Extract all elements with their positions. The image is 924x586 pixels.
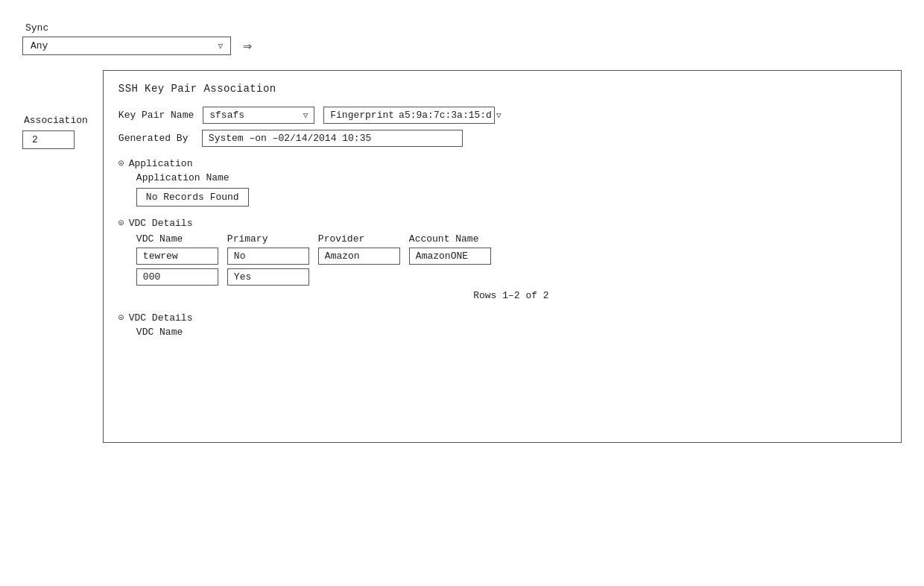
primary-cell-2: Yes [227, 268, 309, 286]
sync-dropdown-arrow: ▽ [218, 41, 223, 51]
vdc-column-headers: VDC Name Primary Provider Account Name [136, 233, 886, 245]
sync-label: Sync [25, 22, 902, 34]
page-container: Sync Any ▽ ⇒ Association 2 SSH Key Pair … [0, 0, 924, 586]
sync-select-value: Any [31, 40, 48, 51]
panel-title: SSH Key Pair Association [118, 83, 886, 95]
generated-by-value: System –on –02/14/2014 10:35 [202, 130, 463, 147]
vdc-section-2-header[interactable]: ⊙ VDC Details [118, 312, 886, 324]
left-panel: Association 2 [22, 115, 88, 149]
provider-cell-1: Amazon [318, 248, 400, 265]
generated-by-row: Generated By System –on –02/14/2014 10:3… [118, 130, 886, 147]
account-cell-1: AmazonONE [409, 248, 491, 265]
application-section-header[interactable]: ⊙ Application [118, 157, 886, 169]
vdc-section-1-header[interactable]: ⊙ VDC Details [118, 217, 886, 229]
vdc-table-1: VDC Name Primary Provider Account Name t… [136, 233, 886, 301]
vdc-collapse-icon-1: ⊙ [118, 217, 124, 229]
application-name-label: Application Name [136, 172, 886, 183]
fingerprint-value: a5:9a:7c:3a:15:d [399, 110, 492, 121]
arrow-right-icon: ⇒ [243, 37, 250, 55]
vdc-collapse-icon-2: ⊙ [118, 312, 124, 324]
vdc-name-cell-2: 000 [136, 268, 218, 286]
col-header-account: Account Name [409, 233, 491, 245]
association-label: Association [24, 115, 88, 126]
key-pair-name-value: sfsafs [209, 110, 244, 121]
fingerprint-dropdown-arrow: ▽ [496, 110, 501, 120]
association-value: 2 [22, 130, 75, 149]
sync-row: Any ▽ ⇒ [22, 37, 902, 55]
application-collapse-icon: ⊙ [118, 157, 124, 169]
vdc-section-2-sub-label: VDC Name [136, 327, 886, 338]
generated-by-label: Generated By [118, 133, 193, 144]
table-row: 000 Yes [136, 268, 886, 286]
rows-info: Rows 1–2 of 2 [136, 290, 886, 301]
vdc-section-2-title: VDC Details [129, 312, 193, 324]
ssh-key-pair-panel: SSH Key Pair Association Key Pair Name s… [103, 70, 902, 443]
fingerprint-label: Fingerprint [330, 110, 394, 121]
key-pair-name-select[interactable]: sfsafs ▽ [203, 107, 314, 124]
no-records-box: No Records Found [136, 188, 249, 207]
col-header-vdc-name: VDC Name [136, 233, 218, 245]
sync-select[interactable]: Any ▽ [22, 37, 231, 55]
col-header-primary: Primary [227, 233, 309, 245]
key-pair-dropdown-arrow: ▽ [303, 110, 308, 120]
key-pair-name-label: Key Pair Name [118, 110, 194, 121]
col-header-provider: Provider [318, 233, 400, 245]
application-section-title: Application [129, 158, 193, 169]
main-layout: Association 2 SSH Key Pair Association K… [22, 70, 902, 443]
vdc-section-2: ⊙ VDC Details VDC Name [118, 312, 886, 338]
vdc-section-1-title: VDC Details [129, 218, 193, 229]
vdc-name-cell-1: tewrew [136, 248, 218, 265]
primary-cell-1: No [227, 248, 309, 265]
key-pair-name-row: Key Pair Name sfsafs ▽ Fingerprint a5:9a… [118, 107, 886, 124]
fingerprint-select[interactable]: Fingerprint a5:9a:7c:3a:15:d ▽ [323, 107, 495, 124]
table-row: tewrew No Amazon AmazonONE [136, 248, 886, 265]
